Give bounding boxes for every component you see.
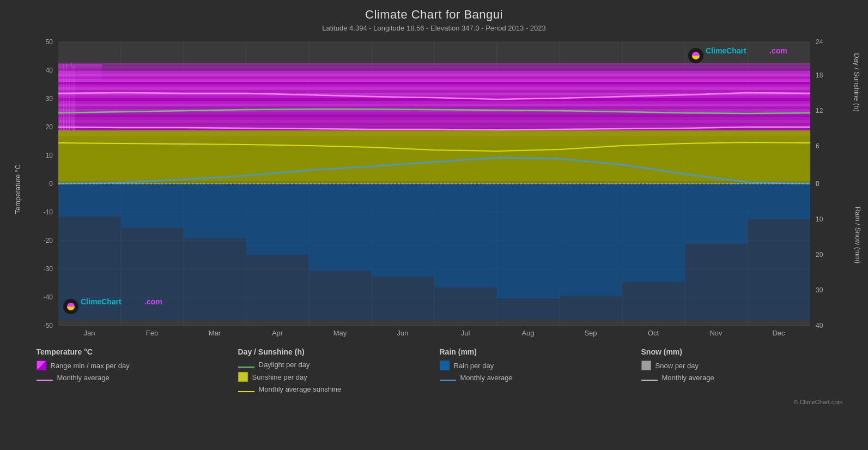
y-axis-right-top-label: Day / Sunshine (h) [853, 53, 861, 112]
svg-text:Feb: Feb [145, 329, 157, 337]
svg-text:Jul: Jul [460, 329, 470, 337]
svg-text:40: 40 [816, 322, 823, 329]
svg-rect-83 [58, 98, 810, 101]
daylight-line-swatch [238, 367, 254, 368]
svg-text:Jan: Jan [83, 329, 95, 337]
svg-text:.com: .com [769, 46, 787, 55]
svg-rect-84 [58, 101, 810, 104]
svg-rect-85 [58, 104, 810, 106]
legend-item-sunshine-avg: Monthly average sunshine [238, 385, 429, 393]
svg-text:-40: -40 [43, 293, 53, 301]
svg-text:10: 10 [45, 152, 53, 159]
svg-rect-70 [58, 63, 810, 65]
svg-text:24: 24 [816, 38, 823, 46]
legend-section-sunshine: Day / Sunshine (h) Daylight per day Suns… [233, 347, 434, 397]
rain-avg-line-swatch [440, 380, 456, 381]
svg-rect-91 [58, 120, 810, 123]
legend-label-snow-avg: Monthly average [662, 374, 714, 382]
y-axis-right-bottom-label: Rain / Snow (mm) [854, 207, 862, 263]
chart-title: Climate Chart for Bangui [365, 8, 503, 22]
svg-text:May: May [333, 329, 347, 337]
svg-text:0: 0 [816, 180, 820, 188]
svg-text:0: 0 [49, 180, 53, 188]
chart-subtitle: Latitude 4.394 - Longitude 18.56 - Eleva… [322, 24, 546, 32]
svg-text:Mar: Mar [208, 329, 221, 337]
svg-text:Dec: Dec [772, 329, 785, 337]
legend-item-sunshine-day: Sunshine per day [238, 372, 429, 382]
svg-text:20: 20 [816, 251, 823, 259]
legend-title-rain: Rain (mm) [440, 347, 630, 356]
svg-rect-76 [58, 79, 810, 82]
temp-avg-line-swatch [37, 380, 53, 381]
svg-text:6: 6 [816, 142, 820, 150]
legend-section-rain: Rain (mm) Rain per day Monthly average [434, 347, 636, 397]
legend-label-temp-range: Range min / max per day [51, 362, 130, 370]
legend-item-rain-avg: Monthly average [440, 374, 630, 382]
svg-text:ClimeChart: ClimeChart [81, 297, 122, 306]
svg-rect-75 [58, 76, 810, 79]
svg-rect-78 [58, 85, 810, 87]
svg-rect-113 [58, 184, 810, 320]
chart-svg: 50 40 30 20 10 0 -10 -20 -30 -40 -50 24 … [26, 37, 843, 342]
svg-text:Apr: Apr [271, 329, 283, 337]
svg-rect-86 [58, 106, 810, 109]
legend-item-temp-avg: Monthly average [37, 374, 227, 382]
svg-text:20: 20 [45, 123, 53, 131]
svg-text:-20: -20 [43, 237, 53, 244]
legend-title-temperature: Temperature °C [37, 347, 227, 356]
svg-rect-89 [58, 115, 810, 117]
svg-rect-80 [58, 90, 810, 93]
svg-rect-72 [58, 68, 810, 71]
svg-text:18: 18 [816, 71, 823, 79]
svg-text:-30: -30 [43, 265, 53, 273]
legend-label-rain-day: Rain per day [454, 362, 494, 370]
svg-text:Jun: Jun [397, 329, 408, 337]
legend-label-rain-avg: Monthly average [460, 374, 513, 382]
legend-section-snow: Snow (mm) Snow per day Monthly average [636, 347, 837, 397]
legend-item-rain-day: Rain per day [440, 361, 630, 370]
legend-title-sunshine: Day / Sunshine (h) [238, 347, 429, 356]
svg-text:Oct: Oct [647, 329, 659, 337]
legend-label-sunshine-day: Sunshine per day [252, 373, 307, 381]
legend-title-snow: Snow (mm) [641, 347, 832, 356]
legend-item-temp-range: Range min / max per day [37, 361, 227, 370]
legend-label-daylight: Daylight per day [259, 361, 310, 369]
svg-rect-73 [58, 71, 810, 74]
copyright-text: © ClimeChart.com [26, 399, 843, 405]
snow-avg-line-swatch [641, 380, 658, 381]
y-axis-left-label: Temperature °C [14, 164, 22, 214]
svg-rect-100 [58, 132, 810, 181]
snow-swatch [641, 361, 651, 370]
svg-rect-77 [58, 82, 810, 85]
svg-rect-90 [58, 117, 810, 120]
legend-area: Temperature °C Range min / max per day M… [26, 347, 843, 397]
main-container: Climate Chart for Bangui Latitude 4.394 … [0, 0, 868, 450]
svg-text:40: 40 [45, 67, 53, 74]
temp-range-swatch [37, 361, 46, 370]
rain-band [58, 184, 810, 320]
svg-rect-92 [58, 123, 810, 125]
svg-text:12: 12 [816, 107, 823, 115]
rain-swatch [440, 361, 450, 370]
svg-rect-71 [58, 65, 810, 68]
svg-text:50: 50 [45, 38, 53, 46]
svg-text:10: 10 [816, 215, 823, 223]
legend-label-temp-avg: Monthly average [57, 374, 110, 382]
legend-item-daylight: Daylight per day [238, 361, 429, 369]
svg-text:Sep: Sep [584, 329, 597, 337]
sunshine-avg-line-swatch [238, 391, 254, 392]
svg-rect-74 [58, 74, 810, 76]
svg-text:30: 30 [45, 95, 53, 103]
legend-section-temperature: Temperature °C Range min / max per day M… [31, 347, 233, 397]
svg-text:-50: -50 [43, 322, 53, 329]
chart-area: Temperature °C Day / Sunshine (h) Rain /… [26, 37, 843, 342]
legend-item-snow-day: Snow per day [641, 361, 832, 370]
svg-text:Nov: Nov [709, 329, 723, 337]
svg-text:-10: -10 [43, 208, 53, 216]
svg-text:Aug: Aug [521, 329, 534, 337]
legend-label-sunshine-avg: Monthly average sunshine [259, 385, 342, 393]
svg-text:30: 30 [816, 286, 823, 294]
legend-label-snow-day: Snow per day [655, 362, 699, 370]
svg-text:ClimeChart: ClimeChart [706, 46, 746, 55]
svg-text:.com: .com [144, 297, 162, 306]
